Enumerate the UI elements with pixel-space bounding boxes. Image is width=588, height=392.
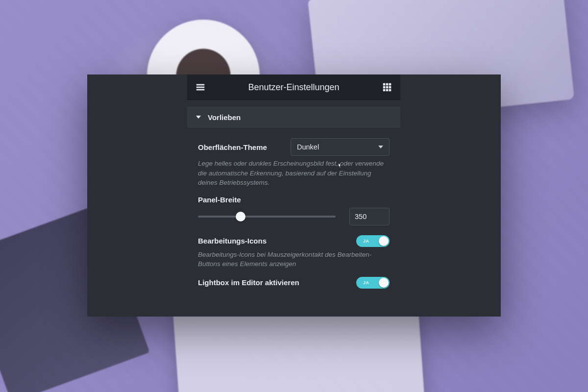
toggle-on-label: JA bbox=[363, 280, 369, 285]
slider-track bbox=[198, 216, 336, 218]
edit-icons-toggle[interactable]: JA bbox=[356, 235, 390, 247]
setting-theme: Oberflächen-Theme Dunkel Lege helles ode… bbox=[198, 138, 390, 188]
caret-down-icon bbox=[378, 146, 383, 148]
menu-icon[interactable] bbox=[194, 81, 207, 94]
svg-rect-1 bbox=[196, 87, 205, 88]
theme-select[interactable]: Dunkel bbox=[291, 138, 390, 156]
svg-rect-0 bbox=[196, 84, 205, 86]
slider-thumb[interactable] bbox=[236, 212, 245, 221]
background-image: Benutzer-Einstellungen Vorlieben bbox=[0, 0, 588, 392]
preferences-section: Vorlieben Oberflächen-Theme Dunkel Lege … bbox=[187, 106, 400, 289]
svg-rect-10 bbox=[386, 89, 389, 92]
edit-icons-help-text: Bearbeitungs-Icons bei Mauszeigerkontakt… bbox=[198, 250, 390, 269]
section-body: Oberflächen-Theme Dunkel Lege helles ode… bbox=[187, 128, 400, 289]
svg-rect-2 bbox=[196, 89, 205, 91]
setting-edit-icons: Bearbeitungs-Icons JA Bearbeitungs-Icons… bbox=[198, 235, 390, 269]
lightbox-toggle[interactable]: JA bbox=[356, 277, 390, 289]
settings-window: Benutzer-Einstellungen Vorlieben bbox=[87, 74, 501, 317]
panel-width-label: Panel-Breite bbox=[198, 196, 390, 204]
theme-select-value: Dunkel bbox=[297, 143, 319, 151]
panel-title: Benutzer-Einstellungen bbox=[207, 82, 381, 93]
toggle-knob bbox=[379, 236, 389, 246]
panel-width-value: 350 bbox=[355, 213, 367, 220]
svg-rect-7 bbox=[386, 86, 389, 89]
svg-rect-11 bbox=[389, 89, 392, 92]
svg-rect-4 bbox=[386, 83, 389, 86]
titlebar: Benutzer-Einstellungen bbox=[187, 74, 400, 100]
settings-panel: Benutzer-Einstellungen Vorlieben bbox=[187, 74, 400, 317]
toggle-knob bbox=[379, 278, 389, 288]
theme-label: Oberflächen-Theme bbox=[198, 143, 267, 151]
toggle-on-label: JA bbox=[363, 239, 369, 244]
svg-rect-3 bbox=[383, 83, 386, 86]
svg-rect-8 bbox=[389, 86, 392, 89]
edit-icons-label: Bearbeitungs-Icons bbox=[198, 237, 267, 245]
section-title: Vorlieben bbox=[208, 113, 241, 122]
setting-panel-width: Panel-Breite 350 bbox=[198, 196, 390, 225]
svg-rect-9 bbox=[383, 89, 386, 92]
svg-rect-6 bbox=[383, 86, 386, 89]
theme-help-text: Lege helles oder dunkles Erscheinungsbil… bbox=[198, 159, 390, 188]
panel-width-input[interactable]: 350 bbox=[349, 208, 390, 225]
setting-lightbox: Lightbox im Editor aktivieren JA bbox=[198, 277, 390, 289]
chevron-down-icon bbox=[196, 116, 201, 119]
section-header-preferences[interactable]: Vorlieben bbox=[187, 106, 400, 128]
panel-width-slider[interactable] bbox=[198, 212, 336, 221]
svg-rect-5 bbox=[389, 83, 392, 86]
apps-grid-icon[interactable] bbox=[381, 81, 393, 94]
lightbox-label: Lightbox im Editor aktivieren bbox=[198, 278, 299, 287]
